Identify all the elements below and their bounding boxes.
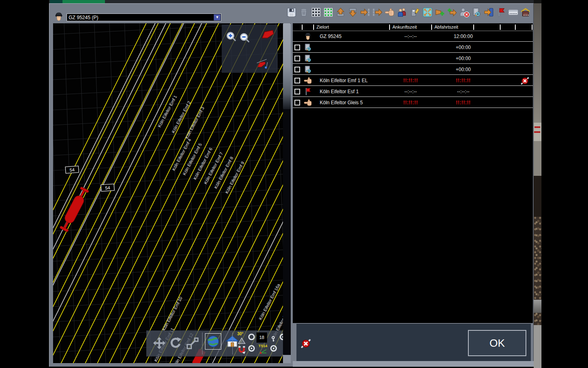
track-map[interactable]: Köln Eifeltor Emf 1Köln Eifeltor Emf 2Kö… [53, 23, 283, 363]
minimap-overlay [222, 25, 278, 73]
delete-route-button[interactable] [300, 337, 312, 350]
scrollbar-corner [283, 355, 291, 363]
row-checkbox[interactable] [294, 89, 300, 94]
center-view-button[interactable] [422, 7, 433, 18]
column-divider [431, 25, 432, 30]
hand-select-button[interactable] [384, 7, 395, 18]
angle-snap-icon[interactable] [236, 336, 247, 345]
scene-wall-lower [534, 141, 541, 176]
abfahrtszeit-cell: +00:00 [432, 45, 474, 50]
scene-concrete [534, 325, 541, 368]
signal-label: 54 [101, 184, 114, 191]
depot-button[interactable] [520, 7, 531, 18]
schedule-icon [303, 65, 312, 74]
train-marker-small-icon[interactable] [256, 58, 268, 70]
scene-shadow [534, 176, 541, 217]
zielort-cell: Köln Eifeltor Esf 1 [320, 89, 359, 94]
schedule-row[interactable]: Köln Eifeltor Gleis 5!!:!!:!!!!:!!:!! [293, 97, 533, 108]
column-header: Zielort [316, 25, 329, 29]
train-marker-icon[interactable] [261, 29, 275, 39]
column-divider [532, 25, 532, 30]
zoom-in-button[interactable] [226, 31, 236, 42]
desktop-background: GZ 95245 (P) ▼ Köln Eifeltor Emf 1Köln E… [0, 0, 588, 368]
zielort-cell: GZ 95245 [320, 34, 341, 39]
table-header: ZielortAnkunftszeitAbfahrtszeit [293, 23, 533, 31]
dialog-footer-panel: OK [296, 324, 531, 361]
schedule-icon [303, 54, 312, 63]
row-checkbox[interactable] [294, 56, 300, 61]
flag-icon [303, 87, 312, 96]
radio-ts-snap[interactable] [270, 345, 277, 352]
connect-tool-icon[interactable] [186, 335, 200, 351]
delete-entry-button[interactable] [520, 76, 530, 86]
train-selector-dropdown[interactable]: GZ 95245 (P) ▼ [67, 13, 221, 21]
dialog-bottom-edge [293, 361, 534, 367]
rotate-tool-icon[interactable] [169, 335, 183, 351]
ok-button[interactable]: OK [468, 330, 526, 356]
set-flag-button[interactable] [496, 7, 506, 18]
schedule-row[interactable]: +00:00 [293, 53, 533, 64]
radio-angle-snap[interactable] [248, 334, 255, 340]
column-divider [313, 25, 314, 30]
keyboard-button[interactable] [508, 7, 519, 18]
scene-sign-text-mark [535, 126, 540, 128]
hand-icon [303, 98, 312, 107]
delete-button[interactable] [298, 7, 309, 18]
main-toolbar [286, 7, 534, 19]
insert-after-button[interactable] [360, 7, 370, 18]
insert-before-button[interactable] [372, 7, 383, 18]
row-checkbox[interactable] [294, 67, 300, 72]
pan-tool-icon[interactable] [152, 335, 166, 351]
passengers-button[interactable] [396, 7, 407, 18]
track-map-canvas: Köln Eifeltor Emf 1Köln Eifeltor Emf 2Kö… [53, 23, 283, 363]
radio-grid-snap[interactable] [280, 334, 283, 340]
scrollbar-thumb[interactable] [283, 23, 291, 109]
abfahrtszeit-cell: 12:00:00 [432, 34, 474, 39]
add-train-button[interactable] [434, 7, 445, 18]
abfahrtszeit-cell: !!:!!:!! [432, 78, 474, 83]
magnet-snap-icon[interactable] [236, 345, 247, 355]
row-checkbox[interactable] [294, 78, 300, 83]
add-stop-button[interactable] [447, 7, 457, 18]
svg-text:54: 54 [105, 185, 110, 191]
toolbar-divider [202, 332, 203, 355]
abfahrtszeit-cell: +00:00 [432, 56, 474, 61]
schedule-table: ZielortAnkunftszeitAbfahrtszeit GZ 95245… [293, 23, 533, 323]
taskbar-strip [49, 0, 534, 3]
ankunftszeit-cell: !!:!!:!! [390, 100, 432, 105]
row-checkbox[interactable] [294, 100, 300, 105]
dropdown-arrow-icon[interactable]: ▼ [214, 14, 220, 20]
refuel-button[interactable] [410, 7, 421, 18]
schedule-row[interactable]: GZ 95245--:--:--12:00:00 [293, 31, 533, 42]
ts-angle-icon [259, 348, 268, 355]
schedule-row[interactable]: +00:00 [293, 64, 533, 75]
zoom-out-button[interactable] [239, 32, 250, 43]
enter-portal-button[interactable] [483, 7, 494, 18]
zielort-cell: Köln Eifeltor Gleis 5 [320, 100, 363, 105]
column-divider [302, 25, 303, 30]
schedule-row[interactable]: Köln Eifeltor Esf 1--:--:----:--:-- [293, 86, 533, 97]
column-header: Ankunftszeit [392, 25, 417, 29]
signal-label: 54 [65, 166, 79, 173]
move-down-button[interactable] [347, 7, 358, 18]
grid-outline-button[interactable] [311, 7, 321, 18]
map-scrollbar[interactable] [283, 23, 291, 363]
abfahrtszeit-cell: +00:00 [432, 67, 474, 72]
grid-filled-button[interactable] [323, 7, 334, 18]
taskbar-strip-green [62, 0, 105, 3]
globe-view-button[interactable] [206, 334, 220, 348]
scene-sign-text-mark [534, 131, 540, 133]
radio-magnet-snap[interactable] [248, 345, 255, 352]
ts-label: TS14 [258, 344, 267, 348]
taskbar-strip-teal [50, 0, 62, 3]
grid-size-value[interactable]: 18 [256, 332, 267, 343]
remove-driver-button[interactable] [459, 7, 470, 18]
lock-icon[interactable] [271, 334, 277, 344]
schedule-row[interactable]: +00:00 [293, 42, 533, 53]
save-button[interactable] [286, 7, 297, 18]
schedule-settings-button[interactable] [471, 7, 482, 18]
scene-wall [534, 3, 541, 123]
schedule-row[interactable]: Köln Eifeltor Emf 1 EL!!:!!:!!!!:!!:!! [293, 75, 533, 86]
move-up-button[interactable] [335, 7, 346, 18]
row-checkbox[interactable] [294, 45, 300, 50]
